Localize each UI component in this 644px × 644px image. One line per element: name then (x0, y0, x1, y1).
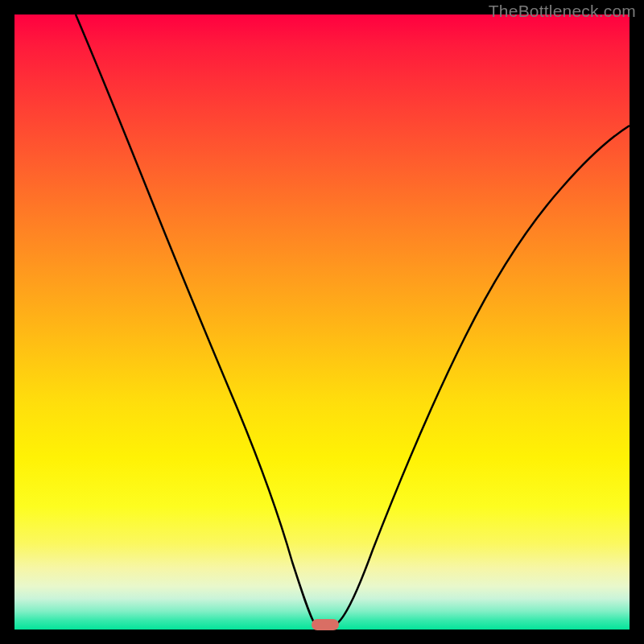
curve-path (76, 14, 630, 624)
plot-area (14, 14, 630, 630)
optimal-point-marker (312, 619, 339, 630)
bottleneck-curve (14, 14, 630, 630)
watermark-text: TheBottleneck.com (489, 2, 636, 21)
chart-stage: TheBottleneck.com (0, 0, 644, 644)
